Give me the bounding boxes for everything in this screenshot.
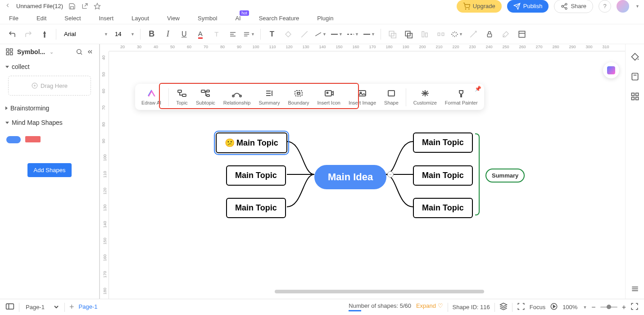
line-color-button[interactable] (299, 28, 310, 40)
align-v-button[interactable]: ▼ (243, 28, 255, 40)
star-icon[interactable] (94, 3, 101, 10)
menu-view[interactable]: View (167, 15, 180, 22)
menu-plugin[interactable]: Plugin (317, 15, 333, 22)
edit-points-button[interactable] (467, 28, 479, 40)
page-panel-icon[interactable] (630, 71, 640, 82)
undo-button[interactable] (6, 28, 18, 40)
ctx-insert-image[interactable]: Insert Image (348, 87, 377, 106)
italic-button[interactable]: I (162, 28, 174, 40)
summary-node[interactable]: Summary (485, 169, 525, 183)
line-weight-button[interactable]: ▼ (331, 28, 343, 40)
arrow-style-button[interactable]: ▼ (363, 28, 375, 40)
ai-assistant-bubble[interactable] (603, 62, 619, 78)
effects-button[interactable]: ▼ (451, 28, 463, 40)
zoom-slider[interactable] (600, 306, 617, 308)
section-mindmap-shapes[interactable]: Mind Map Shapes (0, 115, 99, 130)
node-left-2[interactable]: Main Topic (226, 165, 286, 186)
ctx-topic[interactable]: Topic (175, 87, 189, 106)
present-icon[interactable] (550, 302, 558, 312)
send-back-button[interactable] (386, 28, 398, 40)
container-button[interactable] (516, 28, 528, 40)
menu-file[interactable]: File (9, 15, 18, 22)
publish-button[interactable]: Publish (507, 0, 549, 13)
distribute-button[interactable] (435, 28, 447, 40)
ctx-insert-icon[interactable]: Insert Icon (317, 87, 341, 106)
add-shapes-button[interactable]: Add Shapes (27, 163, 72, 177)
connector-style-button[interactable]: ▼ (315, 28, 327, 40)
node-left-3[interactable]: Main Topic (226, 198, 286, 218)
focus-label[interactable]: Focus (530, 304, 545, 310)
thumb-main-topic[interactable] (25, 136, 41, 142)
ctx-format-painter[interactable]: Format Painter (444, 87, 479, 106)
redo-button[interactable] (23, 28, 34, 40)
sidebar-dropdown-icon[interactable]: ⌄ (50, 49, 54, 55)
ctx-subtopic[interactable]: Subtopic (195, 87, 216, 106)
align-objects-button[interactable] (419, 28, 431, 40)
menu-edit[interactable]: Edit (36, 15, 46, 22)
zoom-label[interactable]: 100% (562, 304, 577, 310)
page-tab[interactable]: Page-1 (79, 303, 98, 311)
ctx-boundary[interactable]: Boundary (287, 87, 310, 106)
lock-button[interactable] (484, 28, 495, 40)
format-brush-button[interactable] (39, 28, 50, 40)
search-icon[interactable] (76, 48, 83, 55)
ctx-relationship[interactable]: Relationship (222, 87, 252, 106)
ctx-customize[interactable]: Customize (413, 87, 438, 106)
panel-toggle-icon[interactable] (5, 303, 14, 311)
menu-select[interactable]: Select (64, 15, 81, 22)
node-right-2[interactable]: Main Topic (413, 165, 473, 186)
back-icon[interactable] (5, 2, 11, 10)
underline-button[interactable]: U (178, 28, 190, 40)
ctx-shape[interactable]: Shape (383, 87, 399, 106)
focus-icon[interactable] (517, 302, 525, 312)
list-panel-icon[interactable] (630, 283, 640, 294)
section-collect[interactable]: collect (0, 59, 99, 74)
highlight-button[interactable]: T (211, 28, 222, 40)
canvas[interactable]: 📌 Edraw AI Topic Subtopic Relationship S… (109, 51, 644, 294)
pin-icon[interactable]: 📌 (475, 86, 481, 92)
expand-link[interactable]: Expand (416, 302, 436, 309)
text-style-button[interactable]: T (266, 28, 278, 40)
bring-front-button[interactable] (403, 28, 414, 40)
thumb-main-idea[interactable] (6, 136, 21, 143)
menu-symbol[interactable]: Symbol (198, 15, 217, 22)
drag-here-zone[interactable]: Drag Here (8, 76, 91, 96)
font-size-select[interactable]: ▼ (113, 29, 135, 39)
line-dash-button[interactable]: ▼ (347, 28, 359, 40)
collapse-toggle[interactable]: − (387, 171, 394, 178)
node-right-3[interactable]: Main Topic (413, 198, 473, 218)
upgrade-button[interactable]: Upgrade (457, 0, 502, 13)
add-page-button[interactable]: + (69, 302, 74, 312)
save-icon[interactable] (68, 3, 76, 10)
user-avatar[interactable] (617, 0, 629, 13)
export-icon[interactable] (81, 3, 88, 10)
menu-search[interactable]: Search Feature (259, 15, 299, 22)
font-family-select[interactable]: ▼ (62, 29, 108, 39)
fullscreen-icon[interactable] (630, 302, 639, 312)
collapse-panel-icon[interactable] (86, 48, 94, 55)
user-menu-caret[interactable]: ▼ (635, 4, 639, 9)
zoom-out-button[interactable]: − (591, 303, 595, 311)
shape-fill-button[interactable] (282, 28, 294, 40)
menu-layout[interactable]: Layout (132, 15, 149, 22)
zoom-in-button[interactable]: + (622, 303, 626, 311)
page-select[interactable]: Page-1 (24, 303, 60, 311)
fill-panel-icon[interactable] (630, 51, 640, 62)
ctx-summary[interactable]: Summary (258, 87, 281, 106)
menu-ai[interactable]: AI hot (235, 15, 240, 22)
bold-button[interactable]: B (146, 28, 158, 40)
node-left-1[interactable]: 😕 Main Topic (216, 132, 287, 153)
font-color-button[interactable]: A (195, 28, 206, 40)
tools-button[interactable] (500, 28, 512, 40)
node-right-1[interactable]: Main Topic (413, 132, 473, 153)
section-brainstorming[interactable]: Brainstorming (0, 101, 99, 115)
node-main-idea[interactable]: Main Idea (314, 165, 386, 189)
horizontal-scrollbar[interactable] (275, 290, 484, 293)
layers-icon[interactable] (499, 302, 508, 312)
apps-panel-icon[interactable] (630, 91, 640, 102)
menu-insert[interactable]: Insert (99, 15, 114, 22)
ctx-edraw-ai[interactable]: Edraw AI (141, 87, 162, 106)
align-left-button[interactable] (227, 28, 239, 40)
share-button[interactable]: Share (554, 0, 593, 13)
help-button[interactable]: ? (599, 0, 611, 13)
